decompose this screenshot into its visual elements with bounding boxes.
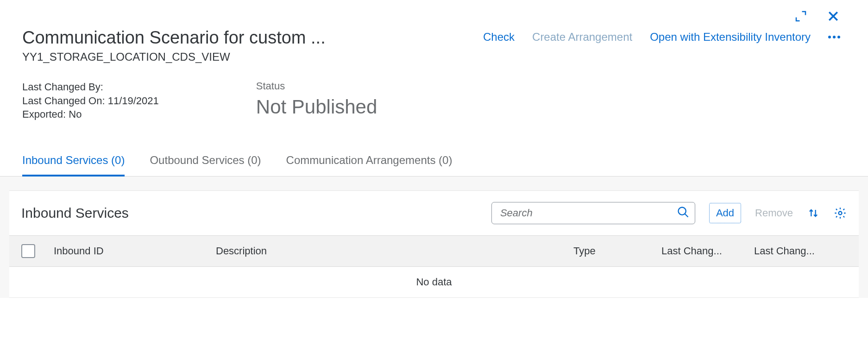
tab-outbound-services[interactable]: Outbound Services (0) [150,154,261,176]
check-button[interactable]: Check [483,31,515,44]
search-input[interactable] [491,202,695,224]
svg-point-1 [839,212,842,215]
last-changed-by-label: Last Changed By: [22,80,159,94]
svg-point-0 [678,208,686,215]
expand-icon[interactable] [794,9,808,23]
column-inbound-id[interactable]: Inbound ID [54,245,216,257]
search-icon[interactable] [677,206,690,221]
page-title: Communication Scenario for custom ... [22,28,483,48]
tab-inbound-services[interactable]: Inbound Services (0) [22,154,125,176]
page-subtitle: YY1_STORAGE_LOCATION_CDS_VIEW [22,50,483,63]
status-value: Not Published [256,96,377,118]
exported: Exported: No [22,107,159,121]
last-changed-on: Last Changed On: 11/19/2021 [22,94,159,108]
create-arrangement-button: Create Arrangement [532,31,632,44]
remove-button: Remove [755,207,793,219]
column-description[interactable]: Description [216,245,573,257]
status-label: Status [256,80,377,92]
no-data-message: No data [9,267,859,297]
tab-communication-arrangements[interactable]: Communication Arrangements (0) [286,154,453,176]
more-actions-icon[interactable] [828,36,840,38]
close-icon[interactable] [826,9,840,23]
column-last-changed-by[interactable]: Last Chang... [661,245,754,257]
settings-icon[interactable] [834,207,847,220]
table-header: Inbound ID Description Type Last Chang..… [9,235,859,267]
open-extensibility-inventory-button[interactable]: Open with Extensibility Inventory [650,31,811,44]
add-button[interactable]: Add [709,203,741,223]
select-all-checkbox[interactable] [21,244,35,258]
exported-value: No [69,108,82,120]
sort-icon[interactable] [807,207,820,220]
last-changed-on-label: Last Changed On: [22,95,105,107]
column-last-changed-on[interactable]: Last Chang... [754,245,847,257]
exported-label: Exported: [22,108,66,120]
last-changed-on-value: 11/19/2021 [108,95,159,107]
column-type[interactable]: Type [573,245,661,257]
section-title: Inbound Services [21,205,129,221]
